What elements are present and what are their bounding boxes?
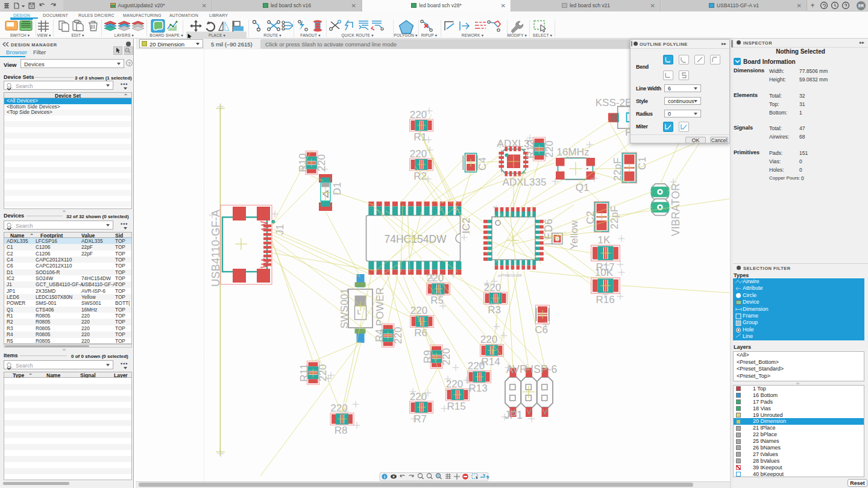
- svg-text:220: 220: [410, 391, 427, 402]
- svg-text:POLYGON ▾: POLYGON ▾: [394, 33, 418, 37]
- svg-text:REWORK ▾: REWORK ▾: [462, 33, 484, 37]
- svg-text:SWS001: SWS001: [339, 288, 350, 328]
- svg-text:R9: R9: [422, 350, 433, 363]
- svg-text:R13: R13: [468, 383, 487, 394]
- svg-text:220: 220: [410, 305, 427, 316]
- svg-text:ROUTE ▾: ROUTE ▾: [263, 33, 281, 37]
- svg-text:IC2: IC2: [461, 217, 472, 233]
- svg-text:16MHz: 16MHz: [557, 146, 590, 158]
- svg-text:1K: 1K: [598, 234, 611, 246]
- svg-text:µ1: µ1: [493, 205, 497, 208]
- svg-text:USB4110-GF-A: USB4110-GF-A: [209, 209, 222, 287]
- svg-text:220: 220: [317, 364, 329, 381]
- svg-text:i: i: [384, 474, 385, 480]
- svg-text:R8: R8: [335, 425, 348, 436]
- svg-text:R5: R5: [430, 295, 444, 306]
- svg-text:FANOUT ▾: FANOUT ▾: [300, 33, 321, 37]
- svg-text:VIBRATOR: VIBRATOR: [670, 183, 682, 236]
- svg-text:220: 220: [410, 148, 427, 160]
- svg-text:220: 220: [316, 154, 327, 171]
- svg-text:C2: C2: [585, 211, 596, 224]
- svg-text:Q1: Q1: [576, 182, 590, 193]
- svg-text:MODIFY ▾: MODIFY ▾: [508, 33, 527, 37]
- svg-text:220: 220: [427, 272, 444, 284]
- svg-text:LED6: LED6: [542, 219, 555, 245]
- svg-text:C4: C4: [477, 157, 488, 170]
- svg-text:R4: R4: [374, 329, 385, 342]
- svg-text:220: 220: [392, 327, 404, 344]
- svg-text:AVR-ISP-6: AVR-ISP-6: [506, 363, 557, 375]
- svg-text:KSS-2E: KSS-2E: [596, 97, 632, 108]
- svg-text:22pF: 22pF: [612, 158, 623, 181]
- svg-text:QUICK ROUTE ▾: QUICK ROUTE ▾: [341, 33, 374, 38]
- svg-text:10K: 10K: [595, 267, 614, 278]
- svg-text:EDIT ▾: EDIT ▾: [71, 33, 84, 37]
- svg-text:R6: R6: [414, 327, 427, 339]
- svg-text:220: 220: [410, 109, 427, 120]
- svg-text:SWITCH ▾: SWITCH ▾: [10, 33, 30, 37]
- svg-text:SELECT ▾: SELECT ▾: [533, 33, 553, 37]
- svg-text:RIPUP ▾: RIPUP ▾: [421, 33, 438, 37]
- svg-text:220: 220: [544, 140, 555, 157]
- svg-text:R12: R12: [525, 140, 536, 158]
- svg-text:VIEW ▾: VIEW ▾: [37, 33, 51, 37]
- svg-text:JP1: JP1: [505, 409, 523, 421]
- svg-text:220: 220: [330, 402, 347, 414]
- svg-text:R14: R14: [481, 356, 500, 368]
- svg-text:LAYERS ▾: LAYERS ▾: [115, 33, 134, 37]
- svg-text:ADXL335: ADXL335: [503, 177, 547, 188]
- svg-text:220: 220: [446, 378, 463, 390]
- svg-text:R15: R15: [447, 401, 465, 412]
- svg-text:220: 220: [441, 348, 452, 365]
- svg-text:PLACE ▾: PLACE ▾: [209, 33, 226, 37]
- svg-text:BOARD SHAPE ▾: BOARD SHAPE ▾: [149, 33, 183, 37]
- svg-text:R11: R11: [298, 364, 310, 382]
